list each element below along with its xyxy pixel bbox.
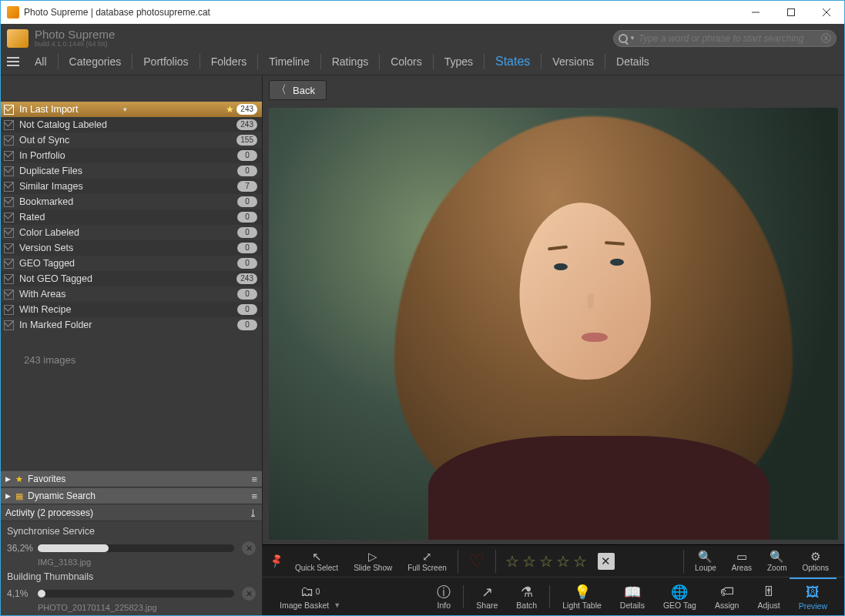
image-basket-button[interactable]: 🗂 0 Image Basket ▼ bbox=[270, 578, 350, 615]
pin-icon[interactable]: 📌 bbox=[268, 553, 284, 569]
favorite-heart-icon[interactable]: ♡ bbox=[461, 551, 492, 571]
geo-tag-button[interactable]: 🌐 GEO Tag bbox=[654, 578, 706, 615]
nav-folders[interactable]: Folders bbox=[203, 51, 255, 72]
star-icon: ★ bbox=[226, 104, 234, 115]
star-4[interactable]: ☆ bbox=[556, 552, 570, 571]
activity-percent: 36,2% bbox=[7, 543, 38, 554]
hamburger-menu-icon[interactable] bbox=[7, 55, 19, 69]
nav-versions[interactable]: Versions bbox=[545, 51, 602, 72]
state-row[interactable]: Color Labeled0 bbox=[1, 225, 262, 240]
slide-show-button[interactable]: ▷ Slide Show bbox=[346, 550, 400, 572]
nav-details[interactable]: Details bbox=[609, 51, 657, 72]
nav-colors[interactable]: Colors bbox=[383, 51, 429, 72]
star-3[interactable]: ☆ bbox=[539, 552, 553, 571]
preview-image bbox=[269, 108, 838, 540]
state-row[interactable]: In Marked Folder0 bbox=[1, 317, 262, 333]
checkbox-icon bbox=[4, 290, 14, 300]
share-button[interactable]: ↗ Share bbox=[467, 578, 507, 615]
star-1[interactable]: ☆ bbox=[505, 552, 519, 571]
search-clear-icon[interactable]: ⓧ bbox=[821, 32, 831, 45]
state-row[interactable]: Not GEO Tagged243 bbox=[1, 271, 262, 286]
nav-separator bbox=[541, 54, 542, 69]
nav-separator bbox=[132, 54, 132, 69]
light-table-icon: 💡 bbox=[574, 584, 591, 601]
nav-types[interactable]: Types bbox=[437, 51, 481, 72]
minimize-icon bbox=[752, 8, 759, 16]
nav-separator bbox=[200, 54, 200, 69]
state-row[interactable]: Bookmarked0 bbox=[1, 194, 262, 209]
preview-label: Preview bbox=[799, 601, 827, 611]
fullscreen-icon: ⤢ bbox=[422, 550, 432, 564]
state-label: Duplicate Files bbox=[19, 166, 129, 176]
details-button[interactable]: 📖 Details bbox=[611, 578, 654, 615]
batch-button[interactable]: ⚗ Batch bbox=[507, 578, 546, 615]
state-row[interactable]: Version Sets0 bbox=[1, 240, 262, 256]
image-preview[interactable] bbox=[269, 108, 838, 540]
window-titlebar: Photo Supreme | database photosupreme.ca… bbox=[1, 1, 844, 24]
state-row[interactable]: In Portfolio0 bbox=[1, 148, 262, 163]
state-row[interactable]: With Areas0 bbox=[1, 286, 262, 302]
adjust-button[interactable]: 🎚 Adjust bbox=[748, 578, 789, 615]
nav-categories[interactable]: Categories bbox=[62, 51, 129, 72]
star-2[interactable]: ☆ bbox=[522, 552, 536, 571]
areas-button[interactable]: ▭ Areas bbox=[724, 550, 759, 573]
bottom-toolbar: 🗂 0 Image Basket ▼ ⓘ Info ↗ Share bbox=[263, 577, 844, 615]
state-count: 155 bbox=[236, 135, 257, 146]
nav-separator bbox=[605, 54, 605, 69]
assign-button[interactable]: 🏷 Assign bbox=[706, 578, 749, 615]
search-input[interactable] bbox=[639, 33, 821, 44]
state-label: In Marked Folder bbox=[19, 320, 129, 330]
state-row[interactable]: Out of Sync155 bbox=[1, 132, 262, 148]
nav-ratings[interactable]: Ratings bbox=[324, 51, 376, 72]
nav-timeline[interactable]: Timeline bbox=[261, 51, 317, 72]
zoom-button[interactable]: 🔍 Zoom bbox=[759, 550, 795, 573]
state-row[interactable]: Not Catalog Labeled243 bbox=[1, 117, 262, 132]
dynamic-search-panel-header[interactable]: ▶ ▦ Dynamic Search ≡ bbox=[1, 487, 262, 504]
close-button[interactable] bbox=[809, 1, 844, 24]
cancel-activity-button[interactable]: ✕ bbox=[242, 587, 256, 601]
share-icon: ↗ bbox=[481, 584, 493, 601]
minimize-button[interactable] bbox=[738, 1, 773, 24]
checkbox-icon bbox=[4, 151, 14, 161]
star-5[interactable]: ☆ bbox=[573, 552, 587, 571]
back-button[interactable]: 〈 Back bbox=[269, 80, 327, 100]
state-row[interactable]: GEO Tagged0 bbox=[1, 256, 262, 271]
info-button[interactable]: ⓘ Info bbox=[428, 578, 460, 615]
options-button[interactable]: ⚙ Options bbox=[795, 550, 837, 573]
state-list: In Last Import▼★243Not Catalog Labeled24… bbox=[1, 75, 262, 333]
loupe-button[interactable]: 🔍 Loupe bbox=[687, 550, 724, 573]
options-label: Options bbox=[803, 564, 829, 572]
rating-stars: ☆ ☆ ☆ ☆ ☆ bbox=[499, 552, 593, 571]
maximize-icon bbox=[787, 8, 795, 16]
sidebar: In Last Import▼★243Not Catalog Labeled24… bbox=[1, 75, 263, 615]
loupe-label: Loupe bbox=[695, 564, 716, 572]
state-row[interactable]: With Recipe0 bbox=[1, 302, 262, 317]
share-label: Share bbox=[476, 601, 498, 610]
nav-portfolios[interactable]: Portfolios bbox=[136, 51, 196, 72]
panel-menu-icon[interactable]: ≡ bbox=[251, 490, 257, 502]
chevron-down-icon[interactable]: ▼ bbox=[122, 106, 128, 113]
favorites-panel-header[interactable]: ▶ ★ Favorites ≡ bbox=[1, 470, 262, 487]
search-folder-icon: ▦ bbox=[15, 491, 23, 501]
maximize-button[interactable] bbox=[773, 1, 809, 24]
full-screen-button[interactable]: ⤢ Full Screen bbox=[400, 550, 454, 572]
state-row[interactable]: Similar Images7 bbox=[1, 179, 262, 194]
basket-icon: 🗂 0 bbox=[300, 584, 320, 601]
preview-button[interactable]: 🖼 Preview bbox=[790, 578, 837, 615]
search-box[interactable]: ▼ ⓧ bbox=[613, 30, 837, 47]
play-icon: ▷ bbox=[368, 550, 377, 564]
state-row[interactable]: In Last Import▼★243 bbox=[1, 102, 262, 117]
collapse-icon[interactable]: ⤓ bbox=[249, 507, 257, 519]
nav-states[interactable]: States bbox=[488, 50, 538, 73]
search-dropdown-icon[interactable]: ▼ bbox=[629, 35, 635, 42]
quick-select-button[interactable]: ↖ Quick Select bbox=[287, 550, 346, 572]
nav-all[interactable]: All bbox=[27, 51, 55, 72]
light-table-button[interactable]: 💡 Light Table bbox=[553, 578, 611, 615]
panel-menu-icon[interactable]: ≡ bbox=[251, 474, 257, 485]
details-icon: 📖 bbox=[624, 584, 641, 601]
state-row[interactable]: Duplicate Files0 bbox=[1, 163, 262, 179]
activity-panel-header[interactable]: Activity (2 processes) ⤓ bbox=[1, 504, 262, 521]
state-row[interactable]: Rated0 bbox=[1, 209, 262, 225]
reject-button[interactable]: ✕ bbox=[598, 553, 615, 570]
cancel-activity-button[interactable]: ✕ bbox=[242, 541, 256, 555]
